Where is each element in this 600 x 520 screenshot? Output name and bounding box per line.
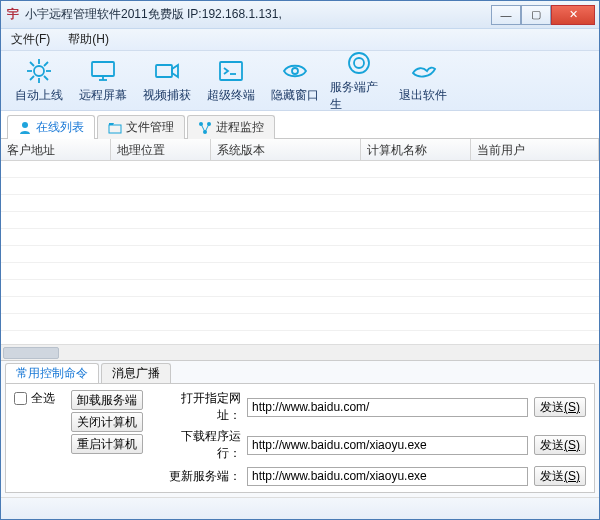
minimize-button[interactable]: — (491, 5, 521, 25)
close-button[interactable]: ✕ (551, 5, 595, 25)
folder-icon (108, 121, 122, 135)
tab-label: 在线列表 (36, 119, 84, 136)
menu-help[interactable]: 帮助(H) (64, 29, 113, 50)
toolbar-label: 隐藏窗口 (271, 87, 319, 104)
app-window: 宇 小宇远程管理软件2011免费版 IP:192.168.1.131, — ▢ … (0, 0, 600, 520)
send-button[interactable]: 发送(S) (534, 466, 586, 486)
download-input[interactable] (247, 436, 528, 455)
auto-online-button[interactable]: 自动上线 (9, 55, 69, 107)
col-pc-name[interactable]: 计算机名称 (361, 139, 471, 160)
server-gen-button[interactable]: 服务端产生 (329, 55, 389, 107)
toolbar-label: 自动上线 (15, 87, 63, 104)
tab-commands[interactable]: 常用控制命令 (5, 363, 99, 383)
toolbar: 自动上线 远程屏幕 视频捕获 超级终端 隐藏窗口 服务端产生 退出软件 (1, 51, 599, 111)
video-capture-button[interactable]: 视频捕获 (137, 55, 197, 107)
open-url-input[interactable] (247, 398, 528, 417)
svg-point-18 (22, 122, 28, 128)
svg-line-7 (30, 76, 34, 80)
menu-file[interactable]: 文件(F) (7, 29, 54, 50)
toolbar-label: 服务端产生 (330, 79, 388, 113)
svg-point-16 (354, 58, 364, 68)
app-icon: 宇 (5, 7, 21, 23)
tab-label: 文件管理 (126, 119, 174, 136)
monitor-icon (89, 57, 117, 85)
table-row (1, 246, 599, 263)
table-header: 客户地址 地理位置 系统版本 计算机名称 当前用户 (1, 139, 599, 161)
svg-line-23 (201, 124, 205, 132)
horizontal-scrollbar[interactable] (1, 344, 599, 360)
tab-broadcast[interactable]: 消息广播 (101, 363, 171, 383)
tab-process-monitor[interactable]: 进程监控 (187, 115, 275, 139)
select-all-label: 全选 (31, 390, 55, 407)
toolbar-label: 远程屏幕 (79, 87, 127, 104)
toolbar-label: 退出软件 (399, 87, 447, 104)
download-label: 下载程序运行： (159, 428, 241, 462)
table-row (1, 229, 599, 246)
svg-rect-9 (92, 62, 114, 76)
table-row (1, 178, 599, 195)
action-buttons: 卸载服务端 关闭计算机 重启计算机 (71, 390, 143, 486)
open-url-row: 打开指定网址： 发送(S) (159, 390, 586, 424)
select-all-checkbox[interactable] (14, 392, 27, 405)
svg-point-0 (34, 66, 44, 76)
download-row: 下载程序运行： 发送(S) (159, 428, 586, 462)
table-row (1, 297, 599, 314)
super-terminal-button[interactable]: 超级终端 (201, 55, 261, 107)
network-icon (25, 57, 53, 85)
update-label: 更新服务端： (159, 468, 241, 485)
svg-line-6 (44, 76, 48, 80)
bottom-pane: 常用控制命令 消息广播 全选 卸载服务端 关闭计算机 重启计算机 打开指定网址：… (1, 360, 599, 497)
window-controls: — ▢ ✕ (491, 5, 595, 25)
toolbar-label: 超级终端 (207, 87, 255, 104)
eye-icon (281, 57, 309, 85)
remote-screen-button[interactable]: 远程屏幕 (73, 55, 133, 107)
status-bar (1, 497, 599, 519)
svg-point-15 (292, 68, 298, 74)
svg-line-24 (205, 124, 209, 132)
bottom-tabs: 常用控制命令 消息广播 (1, 361, 599, 383)
main-tabs: 在线列表 文件管理 进程监控 (1, 111, 599, 139)
hide-window-button[interactable]: 隐藏窗口 (265, 55, 325, 107)
shutdown-button[interactable]: 关闭计算机 (71, 412, 143, 432)
col-cur-user[interactable]: 当前用户 (471, 139, 599, 160)
gear-icon (345, 49, 373, 77)
restart-button[interactable]: 重启计算机 (71, 434, 143, 454)
toolbar-label: 视频捕获 (143, 87, 191, 104)
nodes-icon (198, 121, 212, 135)
table-row (1, 161, 599, 178)
svg-rect-13 (220, 62, 242, 80)
col-geo[interactable]: 地理位置 (111, 139, 211, 160)
exit-button[interactable]: 退出软件 (393, 55, 453, 107)
scrollbar-thumb[interactable] (3, 347, 59, 359)
table-row (1, 314, 599, 331)
tab-label: 进程监控 (216, 119, 264, 136)
svg-rect-12 (156, 65, 172, 77)
col-client-addr[interactable]: 客户地址 (1, 139, 111, 160)
table-row (1, 263, 599, 280)
maximize-button[interactable]: ▢ (521, 5, 551, 25)
menubar: 文件(F) 帮助(H) (1, 29, 599, 51)
table-row (1, 212, 599, 229)
table-row (1, 280, 599, 297)
update-row: 更新服务端： 发送(S) (159, 466, 586, 486)
user-icon (18, 121, 32, 135)
svg-point-17 (349, 53, 369, 73)
window-title: 小宇远程管理软件2011免费版 IP:192.168.1.131, (25, 6, 491, 23)
send-button[interactable]: 发送(S) (534, 435, 586, 455)
svg-line-8 (44, 62, 48, 66)
col-sys-ver[interactable]: 系统版本 (211, 139, 361, 160)
url-rows: 打开指定网址： 发送(S) 下载程序运行： 发送(S) 更新服务端： 发送(S) (159, 390, 586, 486)
send-button[interactable]: 发送(S) (534, 397, 586, 417)
titlebar[interactable]: 宇 小宇远程管理软件2011免费版 IP:192.168.1.131, — ▢ … (1, 1, 599, 29)
commands-panel: 全选 卸载服务端 关闭计算机 重启计算机 打开指定网址： 发送(S) 下载程序运… (5, 383, 595, 493)
left-column: 全选 (14, 390, 55, 486)
svg-rect-19 (109, 125, 121, 133)
table-body[interactable] (1, 161, 599, 344)
bird-icon (409, 57, 437, 85)
open-url-label: 打开指定网址： (159, 390, 241, 424)
tab-online-list[interactable]: 在线列表 (7, 115, 95, 139)
camera-icon (153, 57, 181, 85)
update-input[interactable] (247, 467, 528, 486)
uninstall-button[interactable]: 卸载服务端 (71, 390, 143, 410)
tab-file-manage[interactable]: 文件管理 (97, 115, 185, 139)
